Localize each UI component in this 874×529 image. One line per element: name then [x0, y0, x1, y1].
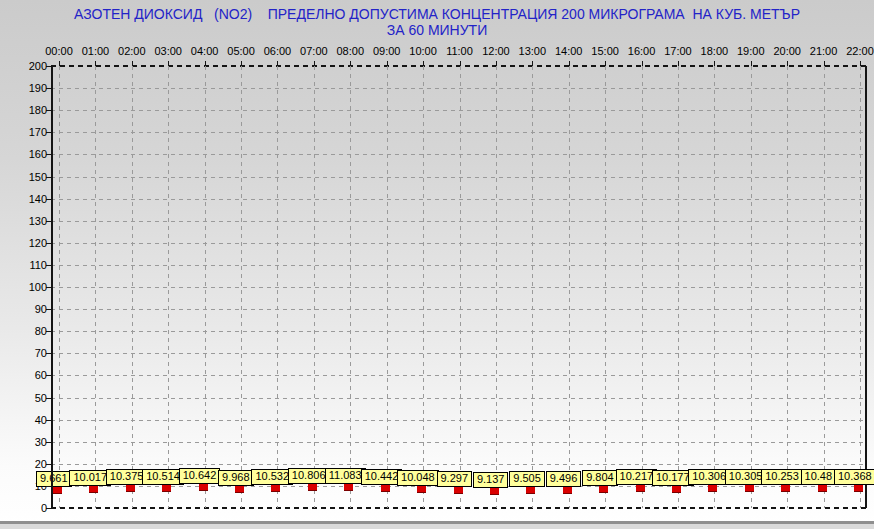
x-axis-tick: [460, 61, 461, 66]
y-axis-tick-label: 140: [17, 193, 47, 205]
x-axis-tick: [277, 61, 278, 66]
grid-line-vertical: [277, 66, 278, 508]
x-axis-tick: [714, 61, 715, 66]
value-label-box: 9.804: [582, 470, 618, 486]
grid-line-vertical: [350, 66, 351, 508]
grid-line-vertical: [714, 66, 715, 508]
value-label-box: 10.442: [361, 469, 403, 485]
y-axis-tick: [46, 154, 51, 155]
value-label-box: 10.306: [688, 469, 730, 485]
y-axis-tick: [46, 221, 51, 222]
y-axis-tick: [46, 110, 51, 111]
grid-line-vertical: [532, 66, 533, 508]
data-point-marker: [381, 485, 390, 492]
grid-line-vertical: [787, 66, 788, 508]
value-label-box: 10.177: [652, 470, 694, 486]
grid-line-horizontal: [51, 243, 866, 244]
grid-line-vertical: [496, 66, 497, 508]
y-axis-tick: [46, 464, 51, 465]
value-label-box: 10.375: [106, 469, 148, 485]
x-axis-tick: [132, 61, 133, 66]
y-axis-tick-label: 90: [17, 303, 47, 315]
y-axis-tick-label: 200: [17, 60, 47, 72]
x-axis-tick: [860, 61, 861, 66]
grid-line-vertical: [95, 66, 96, 508]
value-label-box: 9.137: [473, 472, 509, 488]
x-axis-tick: [787, 61, 788, 66]
y-axis-tick: [46, 309, 51, 310]
x-axis-tick: [314, 61, 315, 66]
value-label-box: 9.968: [218, 470, 254, 486]
y-axis-tick-label: 180: [17, 104, 47, 116]
grid-line-vertical: [387, 66, 388, 508]
y-axis-line: [51, 66, 53, 508]
value-label-box: 10.217: [616, 469, 658, 485]
y-axis-tick: [46, 177, 51, 178]
data-point-marker: [745, 485, 754, 492]
axis-frame-line: [51, 65, 866, 67]
y-axis-tick-label: 0: [17, 502, 47, 514]
data-point-marker: [563, 487, 572, 494]
y-axis-tick-label: 50: [17, 392, 47, 404]
y-axis-tick-label: 110: [17, 259, 47, 271]
grid-line-vertical: [59, 66, 60, 508]
data-point-marker: [199, 484, 208, 491]
value-label-box: 9.496: [546, 471, 582, 487]
grid-line-vertical: [460, 66, 461, 508]
chart-title-line2: ЗА 60 МИНУТИ: [0, 22, 874, 38]
grid-line-vertical: [423, 66, 424, 508]
value-label-box: 9.661: [36, 471, 72, 487]
y-axis-tick: [46, 199, 51, 200]
grid-line-vertical: [678, 66, 679, 508]
x-axis-tick: [241, 61, 242, 66]
y-axis-tick-label: 20: [17, 458, 47, 470]
value-label-box: 9.297: [437, 471, 473, 487]
x-axis-tick: [423, 61, 424, 66]
y-axis-tick-label: 30: [17, 436, 47, 448]
y-axis-tick: [46, 442, 51, 443]
grid-line-horizontal: [51, 221, 866, 222]
grid-line-vertical: [642, 66, 643, 508]
grid-line-horizontal: [51, 309, 866, 310]
value-label-box: 10.253: [761, 469, 803, 485]
y-axis-tick: [46, 420, 51, 421]
x-axis-tick: [824, 61, 825, 66]
grid-line-horizontal: [51, 375, 866, 376]
value-label-box: 10.532: [251, 469, 293, 485]
y-axis-tick-label: 100: [17, 281, 47, 293]
data-point-marker: [672, 486, 681, 493]
grid-line-horizontal: [51, 177, 866, 178]
data-point-marker: [344, 484, 353, 491]
data-point-marker: [271, 485, 280, 492]
grid-line-vertical: [860, 66, 861, 508]
data-point-marker: [235, 486, 244, 493]
x-axis-tick: [496, 61, 497, 66]
data-point-marker: [126, 485, 135, 492]
x-axis-tick: [168, 61, 169, 66]
value-label-box: 10.514: [142, 469, 184, 485]
x-axis-tick: [350, 61, 351, 66]
y-axis-tick-label: 70: [17, 347, 47, 359]
data-point-marker: [490, 488, 499, 495]
grid-line-horizontal: [51, 265, 866, 266]
data-point-marker: [781, 485, 790, 492]
y-axis-tick-label: 160: [17, 148, 47, 160]
y-axis-tick: [46, 243, 51, 244]
x-axis-tick: [387, 61, 388, 66]
data-point-marker: [636, 485, 645, 492]
bottom-groove-border: [0, 521, 874, 529]
grid-line-horizontal: [51, 420, 866, 421]
data-point-marker: [53, 487, 62, 494]
grid-line-horizontal: [51, 398, 866, 399]
y-axis-tick-label: 150: [17, 171, 47, 183]
x-axis-tick: [59, 61, 60, 66]
y-axis-tick-label: 40: [17, 414, 47, 426]
y-axis-tick: [46, 508, 51, 509]
y-axis-tick: [46, 132, 51, 133]
y-axis-tick-label: 80: [17, 325, 47, 337]
grid-line-horizontal: [51, 88, 866, 89]
value-label-box: 10.368: [834, 469, 874, 485]
grid-line-horizontal: [51, 442, 866, 443]
x-axis-tick: [569, 61, 570, 66]
plot-right-border: [865, 66, 867, 508]
